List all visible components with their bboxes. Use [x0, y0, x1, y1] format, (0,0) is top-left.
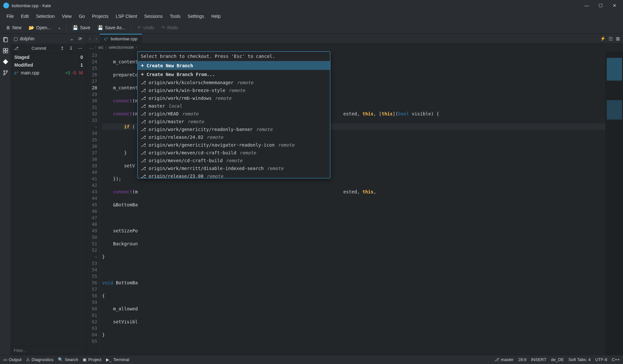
branch-item[interactable]: ⎇master local	[138, 102, 330, 110]
branch-item[interactable]: ⎇origin/work/meven/cd-craft-build remote	[138, 149, 330, 157]
open-dropdown-button[interactable]: ⌄	[56, 24, 63, 31]
edit-mode[interactable]: INSERT	[531, 357, 546, 362]
branch-item[interactable]: ⎇origin/meven/cd-craft-build remote	[138, 157, 330, 164]
more-icon[interactable]: ⋯	[77, 46, 84, 51]
indent-indicator[interactable]: Soft Tabs: 4	[568, 357, 590, 362]
window-title: bottombar.cpp - Kate	[12, 3, 51, 8]
svg-rect-2	[3, 48, 5, 50]
separator	[131, 24, 132, 31]
branch-item[interactable]: ⎇origin/work/rmb-windows remote	[138, 94, 330, 102]
new-button[interactable]: 🗎 New	[3, 24, 24, 32]
left-sidebar	[0, 34, 11, 355]
branch-item[interactable]: ⎇origin/master remote	[138, 118, 330, 125]
search-panel-button[interactable]: 🔍 Search	[58, 357, 78, 362]
tab-next-button[interactable]: ›	[93, 36, 99, 41]
branch-item[interactable]: ⎇origin/HEAD remote	[138, 110, 330, 118]
menu-tools[interactable]: Tools	[166, 12, 184, 20]
save-as-icon: 💾	[98, 25, 103, 30]
project-icon: ▣	[83, 357, 86, 362]
separator	[66, 24, 67, 31]
encoding-indicator[interactable]: UTF-8	[595, 357, 607, 362]
branch-item[interactable]: ⎇origin/work/win-breeze-style remote	[138, 86, 330, 94]
window-controls: — ☐ ✕	[584, 3, 620, 8]
title-bar: bottombar.cpp - Kate — ☐ ✕	[0, 0, 623, 11]
layout-icon[interactable]: ▥	[616, 36, 620, 41]
editor: ‹ › c⁺ bottombar.cpp ⚡ ◫ ▥ ... › src › s…	[86, 34, 623, 355]
push-icon[interactable]: ↥	[59, 46, 65, 51]
menu-bar: File Edit Selection View Go Projects LSP…	[0, 11, 623, 21]
pull-icon[interactable]: ↧	[68, 46, 74, 51]
code-editor[interactable]: 2324252627282930313233↪34353637383940414…	[86, 51, 623, 355]
close-button[interactable]: ✕	[613, 3, 616, 8]
git-repo-header: ▢ dolphin ⌄ ⟳	[11, 34, 86, 44]
collapse-icon[interactable]: ⌄	[69, 36, 75, 41]
terminal-panel-button[interactable]: ▶_ Terminal	[106, 357, 129, 362]
modified-section[interactable]: Modified 1	[11, 61, 86, 69]
branch-indicator[interactable]: ⎇ master	[494, 357, 514, 362]
refresh-icon[interactable]: ⟳	[77, 36, 84, 41]
open-button[interactable]: 📂 Open...	[26, 24, 54, 32]
filter-row	[11, 346, 86, 355]
branch-item[interactable]: ⎇origin/work/kcolorschememanager remote	[138, 79, 330, 86]
svg-rect-3	[6, 48, 8, 50]
split-view-icon[interactable]: ◫	[609, 36, 613, 41]
save-as-button[interactable]: 💾 Save As...	[95, 24, 128, 32]
project-panel-button[interactable]: ▣ Project	[83, 357, 101, 362]
maximize-button[interactable]: ☐	[599, 3, 603, 8]
menu-edit[interactable]: Edit	[18, 12, 32, 20]
redo-button[interactable]: ↷ Redo	[159, 24, 180, 32]
breadcrumb[interactable]: ... › src › selectionmode ›	[86, 44, 623, 51]
menu-file[interactable]: File	[3, 12, 17, 20]
terminal-icon: ▶_	[106, 357, 112, 362]
branch-item[interactable]: ⎇origin/release/24.02 remote	[138, 133, 330, 141]
git-commit-row: ⎇ Commit ↥ ↧ ⋯	[11, 44, 86, 53]
save-button[interactable]: 💾 Save	[70, 24, 93, 32]
git-file-item[interactable]: c⁺ main.cpp +5 -0 M	[11, 69, 86, 77]
output-panel-button[interactable]: ▭ Output	[3, 357, 21, 362]
cursor-position[interactable]: 28:9	[518, 357, 526, 362]
branch-item[interactable]: ⎇origin/work/merritt/disable-indexed-sea…	[138, 164, 330, 172]
git-icon[interactable]	[2, 58, 9, 66]
menu-view[interactable]: View	[59, 12, 75, 20]
menu-selection[interactable]: Selection	[33, 12, 58, 20]
menu-help[interactable]: Help	[208, 12, 224, 20]
menu-lsp-client[interactable]: LSP Client	[113, 12, 140, 20]
branch-picker-input[interactable]: Select branch to checkout. Press 'Esc' t…	[138, 52, 330, 61]
tab-active[interactable]: c⁺ bottombar.cpp	[100, 34, 142, 43]
branch-item[interactable]: ⎇origin/release/23.08 remote	[138, 172, 330, 178]
tab-bar: ‹ › c⁺ bottombar.cpp ⚡ ◫ ▥	[86, 34, 623, 44]
menu-sessions[interactable]: Sessions	[141, 12, 166, 20]
quick-open-icon[interactable]: ⚡	[600, 36, 605, 41]
svg-point-7	[6, 71, 7, 72]
minimap[interactable]	[605, 51, 623, 355]
create-branch-item[interactable]: +Create New Branch	[138, 61, 330, 70]
redo-icon: ↷	[161, 25, 165, 30]
documents-icon[interactable]	[2, 36, 9, 44]
menu-projects[interactable]: Projects	[89, 12, 112, 20]
line-gutter: 2324252627282930313233↪34353637383940414…	[86, 51, 99, 355]
svg-point-6	[4, 71, 5, 72]
minimize-button[interactable]: —	[584, 3, 589, 8]
toolbar: 🗎 New 📂 Open... ⌄ 💾 Save 💾 Save As... ↶ …	[0, 21, 623, 34]
git-panel: ▢ dolphin ⌄ ⟳ ⎇ Commit ↥ ↧ ⋯ Staged 0 Mo…	[11, 34, 86, 355]
commit-icon: ⎇	[14, 46, 19, 51]
filter-input[interactable]	[14, 348, 84, 353]
projects-icon[interactable]	[2, 47, 9, 55]
search-icon: 🔍	[58, 357, 63, 362]
tab-prev-button[interactable]: ‹	[86, 36, 93, 41]
branch-item[interactable]: ⎇origin/work/genericity/navigator-readon…	[138, 141, 330, 149]
branch-item[interactable]: ⎇origin/work/genericity/readonly-banner …	[138, 125, 330, 133]
undo-button[interactable]: ↶ Undo	[135, 24, 157, 32]
git-branch-icon[interactable]	[2, 69, 9, 77]
locale-indicator[interactable]: de_DE	[551, 357, 564, 362]
new-file-icon: 🗎	[6, 25, 10, 30]
language-indicator[interactable]: C++	[612, 357, 620, 362]
staged-section[interactable]: Staged 0	[11, 53, 86, 61]
commit-button[interactable]: Commit	[21, 46, 57, 51]
svg-rect-1	[4, 38, 7, 42]
menu-settings[interactable]: Settings	[184, 12, 207, 20]
diagnostics-panel-button[interactable]: ⚠ Diagnostics	[26, 357, 53, 362]
menu-go[interactable]: Go	[75, 12, 88, 20]
repo-name: dolphin	[20, 36, 67, 41]
create-branch-from-item[interactable]: +Create New Branch From...	[138, 70, 330, 79]
